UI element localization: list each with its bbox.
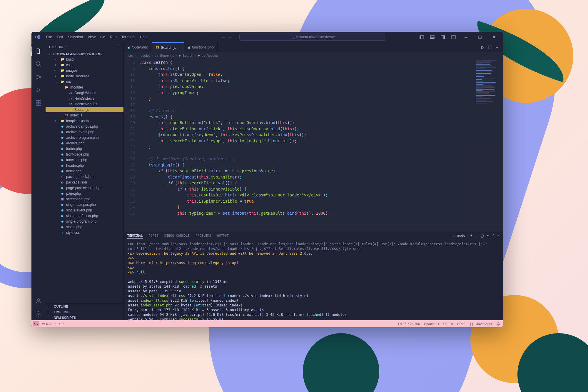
file-single-program-php[interactable]: ◉single-program.php — [46, 218, 123, 224]
breadcrumb-item[interactable]: modules — [138, 54, 150, 57]
editor-more-icon[interactable]: ⋯ — [496, 45, 500, 50]
code-content[interactable]: class Search { constructor() { this.isOv… — [139, 59, 475, 231]
panel-tab-problems[interactable]: PROBLEMS — [196, 233, 211, 239]
panel-tab-output[interactable]: OUTPUT — [217, 233, 229, 239]
menu-selection[interactable]: Selection — [66, 34, 85, 40]
sidebar-more-icon[interactable]: ⋯ — [117, 45, 120, 49]
file-mobilemenu-js[interactable]: JSMobileMenu.js — [46, 101, 123, 107]
panel-tab-debug-console[interactable]: DEBUG CONSOLE — [164, 233, 190, 239]
activity-search-icon[interactable] — [31, 58, 46, 71]
tab-close-icon[interactable]: × — [178, 45, 180, 50]
terminal-dropdown-icon[interactable]: ⌄ — [475, 233, 477, 238]
breadcrumb-item[interactable]: Search — [183, 54, 193, 57]
explorer-root[interactable]: ⌄ FICTIONAL-UNIVERSITY-THEME — [46, 52, 123, 56]
folder-src[interactable]: ⌄📂src — [46, 79, 123, 84]
window-maximize-icon[interactable] — [474, 33, 487, 41]
ports-status[interactable]: ⎆0 — [59, 322, 64, 326]
breadcrumb-item[interactable]: getResults — [202, 54, 218, 57]
file-single-campus-php[interactable]: ◉single-campus.php — [46, 202, 123, 207]
file-googlemap-js[interactable]: JSGoogleMap.js — [46, 90, 123, 96]
menu-go[interactable]: Go — [98, 34, 108, 40]
file-search-js[interactable]: JSSearch.js — [46, 107, 123, 112]
nav-back-icon[interactable]: ← — [222, 35, 225, 39]
folder-build[interactable]: ›📁build — [46, 56, 123, 62]
tab-footer-php[interactable]: ◉footer.php — [124, 42, 152, 52]
file-front-page-php[interactable]: ◉front-page.php — [46, 151, 123, 157]
run-icon[interactable] — [480, 45, 485, 49]
folder-node-modules[interactable]: ›📁node_modules — [46, 73, 123, 79]
command-center[interactable]: fictional-university-theme — [239, 34, 386, 41]
menu-edit[interactable]: Edit — [54, 34, 66, 40]
tab-search-js[interactable]: JSSearch.js× — [152, 42, 184, 52]
kill-terminal-icon[interactable] — [480, 234, 484, 238]
terminal-shell-select[interactable]: node — [451, 233, 467, 238]
minimap[interactable] — [475, 59, 503, 231]
folder-images[interactable]: ›📁images — [46, 68, 123, 73]
file-single-professor-php[interactable]: ◉single-professor.php — [46, 213, 123, 218]
file-style-css[interactable]: #style.css — [46, 230, 123, 235]
file-single-event-php[interactable]: ◉single-event.php — [46, 207, 123, 213]
section-npm-scripts[interactable]: ›NPM SCRIPTS — [46, 315, 123, 320]
tab-functions-php[interactable]: ◉functions.php — [184, 42, 218, 52]
file-package-json[interactable]: {}package.json — [46, 179, 123, 185]
file-archive-program-php[interactable]: ◉archive-program.php — [46, 135, 123, 140]
activity-settings-icon[interactable] — [31, 307, 46, 320]
code-editor[interactable]: 3512131415161718192021222324252627282930… — [124, 59, 503, 231]
menu-run[interactable]: Run — [108, 34, 119, 40]
file-page-past-events-php[interactable]: ◉page-past-events.php — [46, 185, 123, 191]
file-index-php[interactable]: ◉index.php — [46, 168, 123, 174]
window-close-icon[interactable]: ✕ — [488, 33, 501, 41]
cursor-position[interactable]: Ln 45, Col 106 — [398, 322, 420, 326]
activity-account-icon[interactable] — [31, 294, 46, 307]
file-screenshot-png[interactable]: ▣screenshot.png — [46, 196, 123, 202]
breadcrumb-item[interactable]: src — [128, 54, 133, 57]
split-editor-icon[interactable] — [488, 45, 492, 49]
window-minimize-icon[interactable]: ─ — [460, 33, 472, 41]
activity-extensions-icon[interactable] — [31, 96, 46, 109]
language-status[interactable]: { } JavaScript — [470, 322, 492, 326]
menu-terminal[interactable]: Terminal — [119, 34, 138, 40]
section-timeline[interactable]: ›TIMELINE — [46, 309, 123, 315]
panel-tab-ports[interactable]: PORTS — [149, 233, 158, 239]
file-index-js[interactable]: JSindex.js — [46, 112, 123, 118]
encoding-status[interactable]: UTF-8 — [443, 322, 453, 326]
toggle-panel-icon[interactable] — [428, 33, 437, 41]
file-footer-php[interactable]: ◉footer.php — [46, 146, 123, 151]
folder-modules[interactable]: ⌄📂modules — [46, 84, 123, 90]
file-heroslider-js[interactable]: JSHeroSlider.js — [46, 96, 123, 101]
file-single-php[interactable]: ◉single.php — [46, 224, 123, 230]
indent-status[interactable]: Spaces: 4 — [424, 322, 439, 326]
close-panel-icon[interactable]: ✕ — [497, 233, 500, 238]
breadcrumb-item[interactable]: Search.js — [160, 54, 174, 57]
breadcrumb[interactable]: src›modules›JSSearch.js›◆Search›◆getResu… — [124, 52, 503, 59]
file-package-lock-json[interactable]: {}package-lock.json — [46, 174, 123, 179]
file-header-php[interactable]: ◉header.php — [46, 163, 123, 168]
file-archive-php[interactable]: ◉archive.php — [46, 140, 123, 146]
menu-help[interactable]: Help — [138, 34, 150, 40]
remote-indicator-icon[interactable] — [33, 321, 39, 326]
terminal-output[interactable]: LOG from ./node_modules/sass-loader/dist… — [124, 240, 503, 320]
activity-scm-icon[interactable] — [31, 71, 46, 84]
panel-more-icon[interactable]: ⋯ — [487, 233, 489, 238]
panel-tab-terminal[interactable]: TERMINAL — [127, 233, 143, 239]
menu-view[interactable]: View — [85, 34, 98, 40]
eol-status[interactable]: CRLF — [457, 322, 466, 326]
file-functions-php[interactable]: ◉functions.php — [46, 157, 123, 163]
maximize-panel-icon[interactable]: ⌃ — [492, 233, 495, 238]
layout-grid-icon[interactable] — [449, 33, 458, 41]
layout-customize-icon[interactable] — [417, 33, 427, 41]
activity-debug-icon[interactable] — [31, 84, 46, 96]
folder-css[interactable]: ›📁css — [46, 62, 123, 68]
folder-template-parts[interactable]: ›📁template-parts — [46, 118, 123, 124]
problems-status[interactable]: ⊗0 ⚠0 — [42, 322, 56, 326]
menu-file[interactable]: File — [44, 34, 54, 40]
file-archive-event-php[interactable]: ◉archive-event.php — [46, 129, 123, 135]
activity-explorer-icon[interactable] — [31, 45, 46, 58]
notifications-icon[interactable] — [496, 322, 500, 326]
new-terminal-icon[interactable]: + — [470, 233, 472, 238]
file-archive-campus-php[interactable]: ◉archive-campus.php — [46, 124, 123, 129]
file-page-php[interactable]: ◉page.php — [46, 191, 123, 196]
section-outline[interactable]: ›OUTLINE — [46, 303, 123, 309]
toggle-sidebar-right-icon[interactable] — [438, 33, 448, 41]
nav-forward-icon[interactable]: → — [228, 35, 232, 39]
